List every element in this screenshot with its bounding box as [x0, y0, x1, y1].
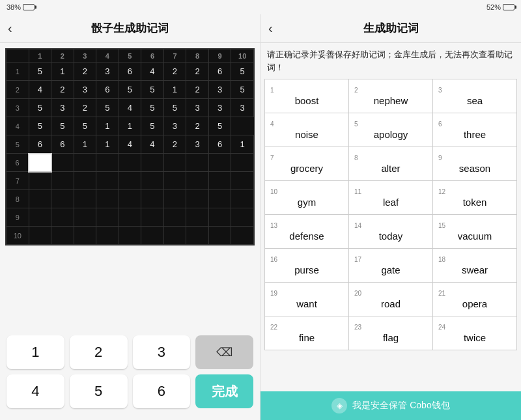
- cell-1-7[interactable]: 2: [163, 63, 186, 81]
- cell-5-7[interactable]: 2: [163, 135, 186, 154]
- cell-6-8[interactable]: [186, 154, 209, 172]
- right-back-button[interactable]: ‹: [268, 21, 273, 36]
- cell-1-6[interactable]: 4: [141, 63, 164, 81]
- cell-9-5[interactable]: [119, 208, 141, 227]
- cell-1-4[interactable]: 3: [96, 63, 119, 81]
- cell-10-10[interactable]: [231, 227, 254, 245]
- cell-2-7[interactable]: 1: [163, 81, 186, 99]
- cell-2-1[interactable]: 4: [29, 81, 51, 99]
- cell-6-5[interactable]: [119, 154, 141, 172]
- cell-5-8[interactable]: 3: [186, 135, 209, 154]
- cell-2-2[interactable]: 2: [51, 81, 74, 99]
- cell-9-1[interactable]: [29, 208, 51, 227]
- cell-4-3[interactable]: 5: [74, 117, 96, 135]
- cell-10-7[interactable]: [163, 227, 186, 245]
- cell-9-8[interactable]: [186, 208, 209, 227]
- cell-7-10[interactable]: [231, 172, 254, 190]
- cell-6-9[interactable]: [208, 154, 231, 172]
- numpad-5-button[interactable]: 5: [70, 374, 128, 408]
- cell-10-5[interactable]: [119, 227, 141, 245]
- cell-1-10[interactable]: 5: [231, 63, 254, 81]
- cell-8-6[interactable]: [141, 190, 164, 208]
- cell-3-9[interactable]: 3: [208, 99, 231, 117]
- cell-7-4[interactable]: [96, 172, 119, 190]
- cell-5-3[interactable]: 1: [74, 135, 96, 154]
- cell-3-8[interactable]: 3: [186, 99, 209, 117]
- cell-2-9[interactable]: 3: [208, 81, 231, 99]
- cell-8-3[interactable]: [74, 190, 96, 208]
- cell-3-3[interactable]: 2: [74, 99, 96, 117]
- cell-8-2[interactable]: [51, 190, 74, 208]
- cell-9-2[interactable]: [51, 208, 74, 227]
- cell-8-8[interactable]: [186, 190, 209, 208]
- cell-6-4[interactable]: [96, 154, 119, 172]
- cell-2-5[interactable]: 5: [119, 81, 141, 99]
- cell-4-4[interactable]: 1: [96, 117, 119, 135]
- cell-4-8[interactable]: 2: [186, 117, 209, 135]
- cell-7-3[interactable]: [74, 172, 96, 190]
- cell-3-10[interactable]: 3: [231, 99, 254, 117]
- cell-8-5[interactable]: [119, 190, 141, 208]
- cell-6-10[interactable]: [231, 154, 254, 172]
- bottom-bar[interactable]: ◈ 我是安全保管 Cobo钱包: [260, 391, 521, 420]
- cell-7-2[interactable]: [51, 172, 74, 190]
- cell-1-8[interactable]: 2: [186, 63, 209, 81]
- cell-4-2[interactable]: 5: [51, 117, 74, 135]
- cell-10-6[interactable]: [141, 227, 164, 245]
- cell-6-2[interactable]: [51, 154, 74, 172]
- cell-8-4[interactable]: [96, 190, 119, 208]
- cell-7-8[interactable]: [186, 172, 209, 190]
- cell-2-3[interactable]: 3: [74, 81, 96, 99]
- cell-8-9[interactable]: [208, 190, 231, 208]
- cell-7-6[interactable]: [141, 172, 164, 190]
- cell-7-1[interactable]: [29, 172, 51, 190]
- cell-9-3[interactable]: [74, 208, 96, 227]
- cell-4-1[interactable]: 5: [29, 117, 51, 135]
- cell-8-10[interactable]: [231, 190, 254, 208]
- cell-5-10[interactable]: 1: [231, 135, 254, 154]
- cell-9-10[interactable]: [231, 208, 254, 227]
- cell-3-1[interactable]: 5: [29, 99, 51, 117]
- cell-3-5[interactable]: 4: [119, 99, 141, 117]
- cell-3-6[interactable]: 5: [141, 99, 164, 117]
- cell-10-8[interactable]: [186, 227, 209, 245]
- cell-7-5[interactable]: [119, 172, 141, 190]
- cell-2-8[interactable]: 2: [186, 81, 209, 99]
- left-back-button[interactable]: ‹: [8, 21, 12, 36]
- cell-5-2[interactable]: 6: [51, 135, 74, 154]
- numpad-done-button[interactable]: 完成: [195, 374, 253, 408]
- cell-8-1[interactable]: [29, 190, 51, 208]
- cell-5-1[interactable]: 6: [29, 135, 51, 154]
- cell-1-1[interactable]: 5: [29, 63, 51, 81]
- cell-2-10[interactable]: 5: [231, 81, 254, 99]
- cell-3-7[interactable]: 5: [163, 99, 186, 117]
- cell-6-1[interactable]: [29, 154, 51, 172]
- cell-4-9[interactable]: 5: [208, 117, 231, 135]
- cell-2-6[interactable]: 5: [141, 81, 164, 99]
- cell-10-4[interactable]: [96, 227, 119, 245]
- cell-5-6[interactable]: 4: [141, 135, 164, 154]
- cell-9-4[interactable]: [96, 208, 119, 227]
- cell-9-7[interactable]: [163, 208, 186, 227]
- cell-9-6[interactable]: [141, 208, 164, 227]
- numpad-delete-button[interactable]: ⌫: [195, 335, 253, 369]
- cell-5-4[interactable]: 1: [96, 135, 119, 154]
- cell-1-9[interactable]: 6: [208, 63, 231, 81]
- cell-10-2[interactable]: [51, 227, 74, 245]
- cell-4-6[interactable]: 5: [141, 117, 164, 135]
- numpad-1-button[interactable]: 1: [7, 335, 64, 369]
- cell-1-5[interactable]: 6: [119, 63, 141, 81]
- cell-4-7[interactable]: 3: [163, 117, 186, 135]
- cell-10-3[interactable]: [74, 227, 96, 245]
- cell-7-7[interactable]: [163, 172, 186, 190]
- cell-1-3[interactable]: 2: [74, 63, 96, 81]
- numpad-4-button[interactable]: 4: [7, 374, 64, 408]
- cell-4-5[interactable]: 1: [119, 117, 141, 135]
- cell-2-4[interactable]: 6: [96, 81, 119, 99]
- cell-5-9[interactable]: 6: [208, 135, 231, 154]
- cell-10-9[interactable]: [208, 227, 231, 245]
- cell-3-4[interactable]: 5: [96, 99, 119, 117]
- cell-3-2[interactable]: 3: [51, 99, 74, 117]
- cell-7-9[interactable]: [208, 172, 231, 190]
- cell-9-9[interactable]: [208, 208, 231, 227]
